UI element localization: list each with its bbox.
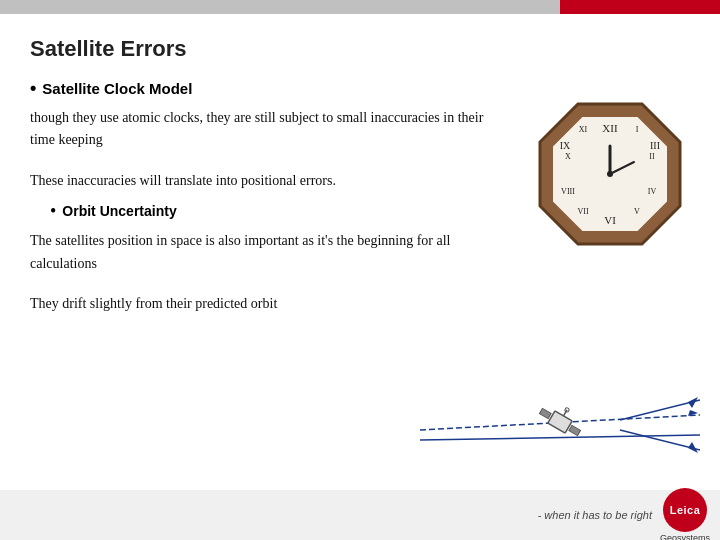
svg-text:X: X [565, 152, 571, 161]
svg-marker-22 [688, 442, 698, 453]
svg-text:I: I [636, 125, 639, 134]
footer-tagline: - when it has to be right [538, 509, 652, 521]
leica-geo: Geosystems [660, 533, 710, 541]
paragraph3: The satellites position in space is also… [30, 230, 490, 275]
svg-text:VIII: VIII [561, 187, 575, 196]
sub-bullet-dot: • [50, 202, 56, 220]
svg-point-16 [607, 171, 613, 177]
paragraph1: though they use atomic clocks, they are … [30, 107, 490, 152]
paragraph4: They drift slightly from their predicted… [30, 293, 490, 315]
slide-title: Satellite Errors [30, 36, 187, 62]
sub-bullet-label: Orbit Uncertainty [62, 203, 176, 219]
bullet-dot-1: • [30, 79, 36, 97]
svg-text:VI: VI [604, 214, 616, 226]
svg-text:V: V [634, 207, 640, 216]
orbit-diagram [420, 380, 700, 480]
clock-illustration: XII III VI IX I II IV V VII VIII X XI [530, 94, 690, 254]
svg-rect-24 [548, 411, 572, 433]
svg-text:VII: VII [577, 207, 588, 216]
slide-container: Satellite Errors • Satellite Clock Model… [0, 14, 720, 540]
svg-marker-21 [688, 397, 698, 408]
leica-brand: Leica [663, 488, 707, 532]
svg-text:IV: IV [648, 187, 657, 196]
paragraph2: These inaccuracies will translate into p… [30, 170, 490, 192]
sub-bullet-orbit: • Orbit Uncertainty [50, 202, 490, 220]
svg-text:III: III [650, 140, 660, 151]
svg-text:XII: XII [602, 122, 618, 134]
svg-rect-25 [539, 408, 551, 418]
svg-text:II: II [649, 152, 655, 161]
content-area: • Satellite Clock Model though they use … [30, 79, 490, 315]
svg-text:IX: IX [560, 140, 571, 151]
red-accent-bar [560, 0, 720, 14]
footer: - when it has to be right Leica Geosyste… [0, 490, 720, 540]
svg-rect-26 [569, 425, 581, 435]
svg-line-20 [620, 430, 700, 450]
leica-logo: Leica Geosystems [660, 488, 710, 541]
bullet-satellite-clock: • Satellite Clock Model [30, 79, 490, 97]
svg-line-19 [620, 400, 700, 420]
bullet1-label: Satellite Clock Model [42, 80, 192, 97]
svg-text:XI: XI [579, 125, 588, 134]
